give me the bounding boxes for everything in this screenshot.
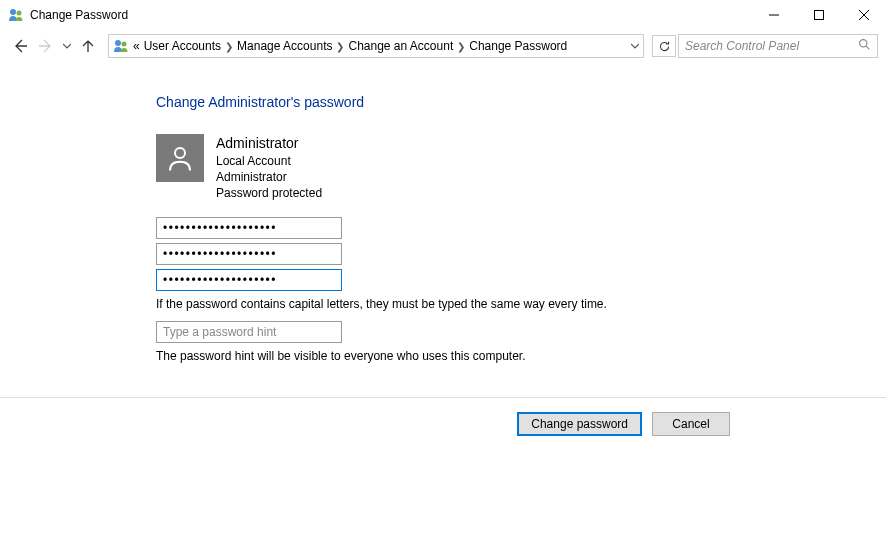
svg-point-6 — [115, 40, 121, 46]
chevron-right-icon[interactable]: ❯ — [453, 41, 469, 52]
window-title: Change Password — [30, 8, 751, 22]
search-box[interactable] — [678, 34, 878, 58]
user-password-status: Password protected — [216, 185, 322, 201]
search-input[interactable] — [685, 39, 858, 53]
user-accounts-icon — [8, 7, 24, 23]
forward-button[interactable] — [34, 34, 58, 58]
back-button[interactable] — [8, 34, 32, 58]
search-icon[interactable] — [858, 38, 871, 54]
current-password-input[interactable] — [156, 217, 342, 239]
titlebar: Change Password — [0, 0, 886, 30]
chevron-right-icon[interactable]: ❯ — [221, 41, 237, 52]
svg-point-8 — [860, 40, 867, 47]
confirm-password-input[interactable] — [156, 269, 342, 291]
navigation-bar: « User Accounts ❯ Manage Accounts ❯ Chan… — [0, 30, 886, 64]
change-password-button[interactable]: Change password — [517, 412, 642, 436]
close-button[interactable] — [841, 0, 886, 30]
chevron-right-icon[interactable]: ❯ — [332, 41, 348, 52]
caps-note: If the password contains capital letters… — [156, 297, 886, 311]
user-meta: Administrator Local Account Administrato… — [216, 134, 322, 201]
breadcrumb-prefix: « — [133, 39, 140, 53]
svg-line-9 — [866, 46, 869, 49]
user-name: Administrator — [216, 134, 322, 153]
svg-point-7 — [122, 42, 127, 47]
svg-point-10 — [175, 148, 185, 158]
user-info-block: Administrator Local Account Administrato… — [156, 134, 886, 201]
content-area: Change Administrator's password Administ… — [0, 64, 886, 369]
password-hint-input[interactable] — [156, 321, 342, 343]
cancel-button[interactable]: Cancel — [652, 412, 730, 436]
maximize-button[interactable] — [796, 0, 841, 30]
address-bar[interactable]: « User Accounts ❯ Manage Accounts ❯ Chan… — [108, 34, 644, 58]
breadcrumb-item[interactable]: Manage Accounts — [237, 39, 332, 53]
user-account-type: Local Account — [216, 153, 322, 169]
svg-point-0 — [10, 9, 16, 15]
avatar — [156, 134, 204, 182]
button-footer: Change password Cancel — [0, 397, 886, 436]
page-title: Change Administrator's password — [156, 94, 886, 110]
hint-note: The password hint will be visible to eve… — [156, 349, 886, 363]
up-button[interactable] — [76, 34, 100, 58]
user-accounts-icon — [113, 38, 129, 54]
user-role: Administrator — [216, 169, 322, 185]
minimize-button[interactable] — [751, 0, 796, 30]
recent-locations-button[interactable] — [60, 34, 74, 58]
window-controls — [751, 0, 886, 30]
breadcrumb-item[interactable]: Change Password — [469, 39, 567, 53]
breadcrumb-item[interactable]: Change an Account — [348, 39, 453, 53]
refresh-button[interactable] — [652, 35, 676, 57]
svg-point-1 — [17, 11, 22, 16]
new-password-input[interactable] — [156, 243, 342, 265]
svg-rect-3 — [814, 11, 823, 20]
address-dropdown-icon[interactable] — [631, 41, 639, 52]
password-fields: If the password contains capital letters… — [156, 217, 886, 369]
breadcrumb-item[interactable]: User Accounts — [144, 39, 221, 53]
